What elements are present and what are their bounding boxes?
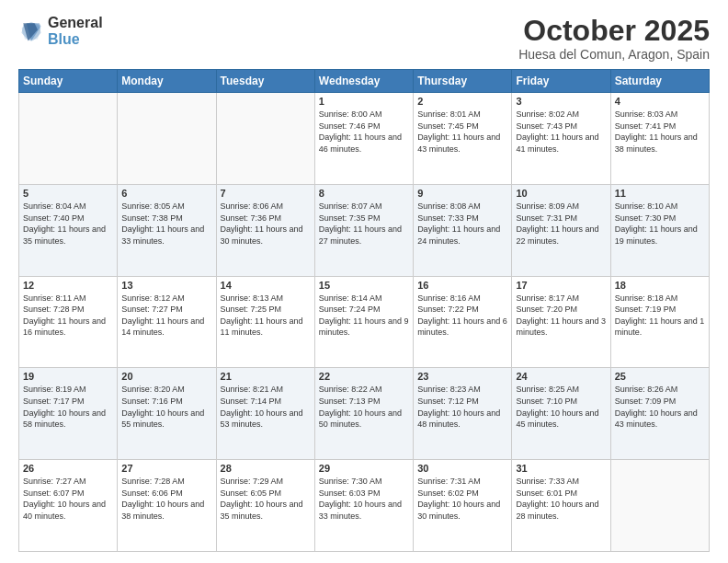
day-info: Sunrise: 8:21 AM Sunset: 7:14 PM Dayligh…: [221, 384, 311, 430]
table-row: 27Sunrise: 7:28 AM Sunset: 6:06 PM Dayli…: [118, 460, 216, 552]
day-info: Sunrise: 8:20 AM Sunset: 7:16 PM Dayligh…: [121, 384, 211, 430]
day-info: Sunrise: 7:27 AM Sunset: 6:07 PM Dayligh…: [23, 476, 113, 522]
table-row: 2Sunrise: 8:01 AM Sunset: 7:45 PM Daylig…: [414, 93, 512, 185]
day-number: 2: [417, 96, 507, 107]
day-info: Sunrise: 8:19 AM Sunset: 7:17 PM Dayligh…: [23, 384, 113, 430]
day-info: Sunrise: 8:13 AM Sunset: 7:25 PM Dayligh…: [221, 293, 311, 339]
page: General Blue October 2025 Huesa del Comu…: [0, 0, 728, 563]
day-info: Sunrise: 7:31 AM Sunset: 6:02 PM Dayligh…: [417, 476, 507, 522]
table-row: 24Sunrise: 8:25 AM Sunset: 7:10 PM Dayli…: [512, 368, 610, 460]
title-block: October 2025 Huesa del Comun, Aragon, Sp…: [518, 15, 710, 62]
table-row: 25Sunrise: 8:26 AM Sunset: 7:09 PM Dayli…: [610, 368, 709, 460]
table-row: 30Sunrise: 7:31 AM Sunset: 6:02 PM Dayli…: [414, 460, 512, 552]
day-info: Sunrise: 8:25 AM Sunset: 7:10 PM Dayligh…: [516, 384, 606, 430]
day-info: Sunrise: 8:14 AM Sunset: 7:24 PM Dayligh…: [319, 293, 409, 339]
day-info: Sunrise: 7:28 AM Sunset: 6:06 PM Dayligh…: [121, 476, 211, 522]
col-sunday: Sunday: [19, 70, 118, 93]
table-row: 5Sunrise: 8:04 AM Sunset: 7:40 PM Daylig…: [19, 184, 118, 276]
table-row: 8Sunrise: 8:07 AM Sunset: 7:35 PM Daylig…: [314, 184, 413, 276]
day-info: Sunrise: 8:09 AM Sunset: 7:31 PM Dayligh…: [516, 201, 606, 247]
day-info: Sunrise: 8:07 AM Sunset: 7:35 PM Dayligh…: [319, 201, 409, 247]
table-row: 12Sunrise: 8:11 AM Sunset: 7:28 PM Dayli…: [19, 276, 118, 368]
calendar-header-row: Sunday Monday Tuesday Wednesday Thursday…: [19, 70, 710, 93]
day-info: Sunrise: 8:03 AM Sunset: 7:41 PM Dayligh…: [615, 109, 705, 155]
day-info: Sunrise: 8:00 AM Sunset: 7:46 PM Dayligh…: [319, 109, 409, 155]
header: General Blue October 2025 Huesa del Comu…: [18, 15, 710, 62]
table-row: 31Sunrise: 7:33 AM Sunset: 6:01 PM Dayli…: [512, 460, 610, 552]
table-row: 23Sunrise: 8:23 AM Sunset: 7:12 PM Dayli…: [414, 368, 512, 460]
day-number: 16: [417, 280, 507, 291]
day-number: 22: [319, 371, 409, 382]
logo: General Blue: [18, 15, 103, 47]
day-number: 27: [121, 463, 211, 474]
day-number: 13: [121, 280, 211, 291]
day-number: 11: [615, 188, 705, 199]
day-info: Sunrise: 7:30 AM Sunset: 6:03 PM Dayligh…: [319, 476, 409, 522]
table-row: 9Sunrise: 8:08 AM Sunset: 7:33 PM Daylig…: [414, 184, 512, 276]
day-info: Sunrise: 8:16 AM Sunset: 7:22 PM Dayligh…: [417, 293, 507, 339]
day-info: Sunrise: 7:29 AM Sunset: 6:05 PM Dayligh…: [221, 476, 311, 522]
logo-blue-text: Blue: [48, 31, 103, 48]
col-friday: Friday: [512, 70, 610, 93]
table-row: 15Sunrise: 8:14 AM Sunset: 7:24 PM Dayli…: [314, 276, 413, 368]
table-row: 19Sunrise: 8:19 AM Sunset: 7:17 PM Dayli…: [19, 368, 118, 460]
table-row: 7Sunrise: 8:06 AM Sunset: 7:36 PM Daylig…: [216, 184, 314, 276]
table-row: [610, 460, 709, 552]
day-info: Sunrise: 8:12 AM Sunset: 7:27 PM Dayligh…: [121, 293, 211, 339]
day-number: 29: [319, 463, 409, 474]
table-row: 16Sunrise: 8:16 AM Sunset: 7:22 PM Dayli…: [414, 276, 512, 368]
day-number: 4: [615, 96, 705, 107]
day-info: Sunrise: 8:26 AM Sunset: 7:09 PM Dayligh…: [615, 384, 705, 430]
table-row: [118, 93, 216, 185]
day-number: 19: [23, 371, 113, 382]
table-row: 22Sunrise: 8:22 AM Sunset: 7:13 PM Dayli…: [314, 368, 413, 460]
logo-general-text: General: [48, 15, 103, 31]
day-info: Sunrise: 8:02 AM Sunset: 7:43 PM Dayligh…: [516, 109, 606, 155]
calendar-week-row: 12Sunrise: 8:11 AM Sunset: 7:28 PM Dayli…: [19, 276, 710, 368]
table-row: 4Sunrise: 8:03 AM Sunset: 7:41 PM Daylig…: [610, 93, 709, 185]
day-number: 26: [23, 463, 113, 474]
col-saturday: Saturday: [610, 70, 709, 93]
logo-text: General Blue: [48, 15, 103, 47]
day-info: Sunrise: 7:33 AM Sunset: 6:01 PM Dayligh…: [516, 476, 606, 522]
table-row: 17Sunrise: 8:17 AM Sunset: 7:20 PM Dayli…: [512, 276, 610, 368]
col-tuesday: Tuesday: [216, 70, 314, 93]
day-info: Sunrise: 8:11 AM Sunset: 7:28 PM Dayligh…: [23, 293, 113, 339]
day-number: 31: [516, 463, 606, 474]
table-row: 13Sunrise: 8:12 AM Sunset: 7:27 PM Dayli…: [118, 276, 216, 368]
day-number: 17: [516, 280, 606, 291]
calendar-week-row: 1Sunrise: 8:00 AM Sunset: 7:46 PM Daylig…: [19, 93, 710, 185]
table-row: 26Sunrise: 7:27 AM Sunset: 6:07 PM Dayli…: [19, 460, 118, 552]
day-info: Sunrise: 8:04 AM Sunset: 7:40 PM Dayligh…: [23, 201, 113, 247]
page-subtitle: Huesa del Comun, Aragon, Spain: [518, 47, 710, 62]
table-row: 14Sunrise: 8:13 AM Sunset: 7:25 PM Dayli…: [216, 276, 314, 368]
table-row: 1Sunrise: 8:00 AM Sunset: 7:46 PM Daylig…: [314, 93, 413, 185]
day-number: 20: [121, 371, 211, 382]
day-number: 6: [121, 188, 211, 199]
calendar-week-row: 19Sunrise: 8:19 AM Sunset: 7:17 PM Dayli…: [19, 368, 710, 460]
table-row: [216, 93, 314, 185]
table-row: 21Sunrise: 8:21 AM Sunset: 7:14 PM Dayli…: [216, 368, 314, 460]
day-info: Sunrise: 8:22 AM Sunset: 7:13 PM Dayligh…: [319, 384, 409, 430]
day-number: 1: [319, 96, 409, 107]
day-number: 8: [319, 188, 409, 199]
day-number: 28: [221, 463, 311, 474]
day-info: Sunrise: 8:18 AM Sunset: 7:19 PM Dayligh…: [615, 293, 705, 339]
calendar-table: Sunday Monday Tuesday Wednesday Thursday…: [18, 69, 710, 552]
col-monday: Monday: [118, 70, 216, 93]
generalblue-icon: [18, 18, 44, 44]
day-info: Sunrise: 8:17 AM Sunset: 7:20 PM Dayligh…: [516, 293, 606, 339]
day-number: 7: [221, 188, 311, 199]
col-wednesday: Wednesday: [314, 70, 413, 93]
day-number: 3: [516, 96, 606, 107]
calendar-week-row: 5Sunrise: 8:04 AM Sunset: 7:40 PM Daylig…: [19, 184, 710, 276]
day-info: Sunrise: 8:05 AM Sunset: 7:38 PM Dayligh…: [121, 201, 211, 247]
page-title: October 2025: [518, 15, 710, 47]
day-number: 21: [221, 371, 311, 382]
day-info: Sunrise: 8:10 AM Sunset: 7:30 PM Dayligh…: [615, 201, 705, 247]
day-info: Sunrise: 8:06 AM Sunset: 7:36 PM Dayligh…: [221, 201, 311, 247]
day-number: 23: [417, 371, 507, 382]
table-row: 10Sunrise: 8:09 AM Sunset: 7:31 PM Dayli…: [512, 184, 610, 276]
day-number: 5: [23, 188, 113, 199]
day-number: 24: [516, 371, 606, 382]
